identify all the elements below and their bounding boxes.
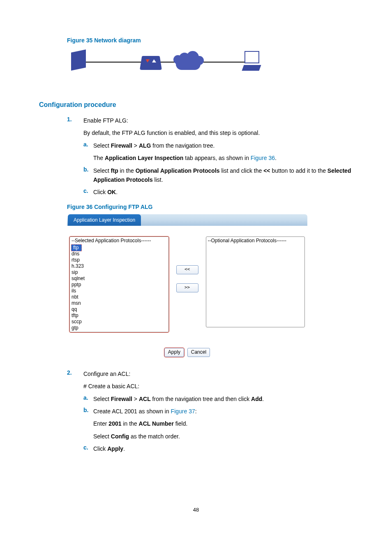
list-item[interactable]: pptp — [71, 282, 167, 288]
list-item[interactable]: qq — [71, 306, 167, 313]
step-2-create-note: # Create a basic ACL: — [83, 382, 353, 391]
step-1c-marker: c. — [83, 188, 93, 197]
cancel-button[interactable]: Cancel — [187, 348, 210, 357]
server-icon — [71, 51, 86, 74]
step-1a-marker: a. — [83, 141, 93, 150]
step-2b-line3: Select Config as the match order. — [93, 432, 353, 441]
step-2b-marker: b. — [83, 407, 93, 416]
step-1-marker: 1. — [67, 116, 83, 125]
step-2c-marker: c. — [83, 444, 93, 453]
selected-protocols-header: --Selected Application Protocols------ — [70, 237, 168, 245]
network-diagram — [67, 48, 264, 76]
list-item[interactable]: ils — [71, 288, 167, 294]
step-2c-text: Click Apply. — [93, 444, 353, 453]
list-item[interactable]: dns — [71, 251, 167, 257]
list-item[interactable]: sccp — [71, 319, 167, 325]
figure-36-link[interactable]: Figure 36 — [251, 155, 275, 161]
alg-screenshot: Application Layer Inspection --Selected … — [67, 214, 307, 357]
tab-application-layer-inspection[interactable]: Application Layer Inspection — [68, 214, 141, 226]
step-1-default-note: By default, the FTP ALG function is enab… — [83, 128, 353, 137]
selected-protocols-listbox[interactable]: --Selected Application Protocols------ f… — [69, 236, 169, 332]
move-right-button[interactable]: >> — [176, 283, 198, 292]
section-heading: Configuration procedure — [39, 101, 353, 109]
list-item[interactable]: msn — [71, 300, 167, 306]
list-item[interactable]: h.323 — [71, 263, 167, 269]
step-1b-marker: b. — [83, 166, 93, 185]
move-left-button[interactable]: << — [176, 265, 198, 274]
step-1a-line2: The Application Layer Inspection tab app… — [93, 153, 353, 162]
step-2a-marker: a. — [83, 394, 93, 403]
list-item[interactable]: gtp — [71, 325, 167, 331]
list-item[interactable]: rtsp — [71, 257, 167, 263]
step-2b-line1: Create ACL 2001 as shown in Figure 37: — [93, 407, 353, 416]
cloud-icon — [172, 51, 205, 73]
list-item[interactable]: sip — [71, 269, 167, 276]
tab-bar: Application Layer Inspection — [67, 214, 307, 226]
figure-36-caption: Figure 36 Configuring FTP ALG — [67, 204, 353, 210]
router-icon — [140, 56, 162, 70]
step-1c-text: Click OK. — [93, 188, 353, 197]
list-item[interactable]: tftp — [71, 313, 167, 319]
step-2b-line2: Enter 2001 in the ACL Number field. — [93, 419, 353, 428]
pc-icon — [243, 51, 260, 72]
optional-protocols-listbox[interactable]: --Optional Application Protocols------ — [206, 236, 305, 327]
list-item[interactable]: sqlnet — [71, 276, 167, 282]
step-2-title: Configure an ACL: — [83, 369, 353, 378]
apply-button[interactable]: Apply — [164, 348, 184, 357]
list-item[interactable]: nbt — [71, 294, 167, 300]
figure-35-caption: Figure 35 Network diagram — [67, 37, 353, 44]
figure-37-link[interactable]: Figure 37 — [171, 408, 195, 415]
list-item[interactable]: ftp — [71, 244, 82, 251]
step-1b-text: Select ftp in the Optional Application P… — [93, 166, 353, 185]
step-1-title: Enable FTP ALG: — [83, 116, 353, 125]
step-2a-text: Select Firewall > ACL from the navigatio… — [93, 394, 353, 403]
page-number: 48 — [39, 507, 353, 513]
step-2-marker: 2. — [67, 369, 83, 378]
step-1a-line1: Select Firewall > ALG from the navigatio… — [93, 141, 353, 150]
optional-protocols-header: --Optional Application Protocols------ — [206, 237, 305, 245]
